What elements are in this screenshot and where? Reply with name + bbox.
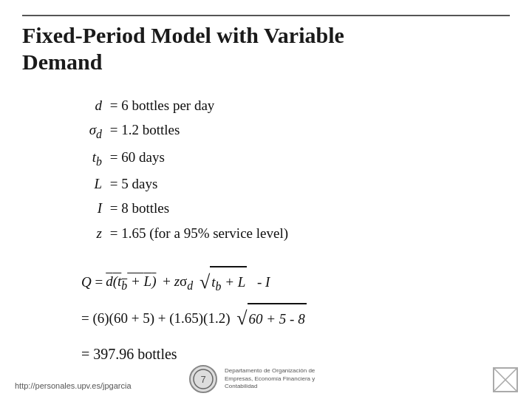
footer-url: http://personales.upv.es/jpgarcia (15, 381, 132, 390)
var-d: d = 6 bottles per day (81, 93, 510, 117)
var-sigma-d: σd = 1.2 bottles (81, 117, 510, 144)
logo-icon: 7 (189, 365, 217, 393)
var-tb: tb = 60 days (81, 145, 510, 171)
title-line2: Demand (22, 50, 102, 74)
formula-section: Q = d(tb + L) + zσd √ tb + L - I = (6)(6… (81, 266, 510, 369)
slide-content: d = 6 bottles per day σd = 1.2 bottles t… (22, 93, 510, 384)
formula-line-2: = (6)(60 + 5) + (1.65)(1.2) √ 60 + 5 - 8 (81, 303, 510, 334)
footer-logo: 7 Departamento de Organización de Empres… (189, 365, 343, 393)
svg-text:7: 7 (200, 374, 205, 385)
corner-decoration (492, 366, 519, 393)
title-line1: Fixed-Period Model with Variable (22, 23, 344, 47)
var-L: L = 5 days (81, 171, 510, 196)
formula-line-1: Q = d(tb + L) + zσd √ tb + L - I (81, 266, 510, 299)
slide-title: Fixed-Period Model with Variable Demand (22, 15, 510, 75)
var-I: I = 8 bottles (81, 196, 510, 220)
variables-list: d = 6 bottles per day σd = 1.2 bottles t… (81, 93, 510, 245)
logo-text: Departamento de Organización de Empresas… (225, 367, 343, 390)
var-z: z = 1.65 (for a 95% service level) (81, 221, 510, 245)
